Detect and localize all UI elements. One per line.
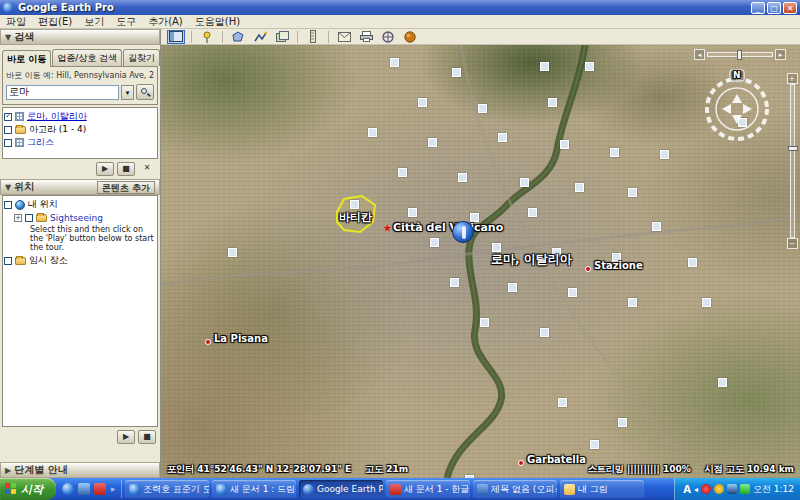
compass-navigator[interactable]: N <box>700 69 774 143</box>
stazione-label[interactable]: Stazione <box>594 260 643 271</box>
earth-globe-button[interactable] <box>401 30 419 44</box>
photo-icon[interactable] <box>558 398 567 407</box>
hwp-quicklaunch-icon[interactable] <box>94 483 106 495</box>
temporary-places-item[interactable]: 임시 장소 <box>4 254 156 267</box>
vatican-star-placemark[interactable]: ★ <box>382 221 393 235</box>
minimize-button[interactable]: _ <box>751 2 765 14</box>
zoom-track[interactable] <box>790 84 795 238</box>
photo-icon[interactable] <box>528 208 537 217</box>
photo-icon[interactable] <box>390 58 399 67</box>
photo-icon[interactable] <box>660 150 669 159</box>
network-tray-icon[interactable] <box>727 484 737 494</box>
start-button[interactable]: 시작 <box>0 478 56 500</box>
checkbox-icon[interactable] <box>4 126 12 134</box>
checkbox-icon[interactable] <box>4 257 12 265</box>
ie-quicklaunch-icon[interactable] <box>62 483 74 495</box>
my-places-item[interactable]: 내 위치 <box>4 198 156 211</box>
view-in-maps-button[interactable] <box>379 30 397 44</box>
search-input[interactable] <box>6 85 119 100</box>
tilt-track[interactable] <box>707 52 773 57</box>
temporary-places-label[interactable]: 임시 장소 <box>29 254 68 267</box>
photo-icon[interactable] <box>408 208 417 217</box>
photo-icon[interactable] <box>428 138 437 147</box>
zoom-in-button[interactable]: + <box>787 73 798 84</box>
vatican-area-label[interactable]: 바티칸 <box>339 210 372 225</box>
zoom-out-button[interactable]: − <box>787 238 798 249</box>
security-tray-icon[interactable] <box>701 484 711 494</box>
photo-icon[interactable] <box>628 188 637 197</box>
search-result-greece[interactable]: 그리스 <box>4 136 156 149</box>
checkbox-icon[interactable] <box>25 214 33 222</box>
pen-tray-icon[interactable] <box>740 484 750 494</box>
map-viewport[interactable]: 바티칸 ★ Città del Vaticano 로마, 이탈리아 Stazio… <box>161 45 800 478</box>
photo-icon[interactable] <box>350 200 359 209</box>
task-button-4[interactable]: 새 문서 1 - 한글과... <box>386 480 470 498</box>
photo-icon[interactable] <box>478 104 487 113</box>
task-button-1[interactable]: 조력호 표준기 도... <box>125 480 209 498</box>
directions-panel-header[interactable]: ▶ 단계별 안내 <box>0 462 160 478</box>
clock-tray-icon[interactable] <box>714 484 724 494</box>
photo-icon[interactable] <box>540 62 549 71</box>
sightseeing-label[interactable]: Sightseeing <box>50 213 103 223</box>
tilt-handle[interactable] <box>737 50 742 60</box>
quicklaunch-chevron-icon[interactable]: » <box>110 485 115 494</box>
sightseeing-item[interactable]: + Sightseeing <box>14 211 156 224</box>
photo-icon[interactable] <box>450 278 459 287</box>
photo-icon[interactable] <box>458 173 467 182</box>
menu-tools[interactable]: 도구 <box>116 15 136 29</box>
photo-icon[interactable] <box>520 178 529 187</box>
checkbox-icon[interactable] <box>4 201 12 209</box>
compass-north-label[interactable]: N <box>733 70 741 80</box>
task-button-2[interactable]: 새 문서 1 : 드림위... <box>212 480 296 498</box>
result-label[interactable]: 그리스 <box>27 136 54 149</box>
toggle-sidebar-button[interactable] <box>167 30 185 44</box>
search-button[interactable] <box>136 84 154 100</box>
city-poi-icon[interactable] <box>452 221 474 243</box>
tab-find-business[interactable]: 업종/상호 검색 <box>52 49 122 66</box>
photo-icon[interactable] <box>590 440 599 449</box>
email-button[interactable] <box>335 30 353 44</box>
play-tour-button[interactable]: ▶ <box>117 430 135 444</box>
checkbox-icon[interactable] <box>4 139 12 147</box>
la-pisana-label[interactable]: La Pisana <box>214 333 268 344</box>
tab-directions[interactable]: 길찾기 <box>123 49 160 66</box>
play-tour-button[interactable]: ▶ <box>96 162 114 176</box>
menu-file[interactable]: 파일 <box>6 15 26 29</box>
add-content-button[interactable]: 콘텐츠 추가 <box>97 181 155 194</box>
photo-icon[interactable] <box>430 238 439 247</box>
tilt-left-button[interactable]: ◂ <box>694 49 705 60</box>
rome-label[interactable]: 로마, 이탈리아 <box>491 251 572 268</box>
messenger-quicklaunch-icon[interactable] <box>78 483 90 495</box>
tab-fly-to[interactable]: 바로 이동 <box>2 50 51 67</box>
menu-view[interactable]: 보기 <box>84 15 104 29</box>
photo-icon[interactable] <box>718 378 727 387</box>
search-result-agora[interactable]: 아고라 (1 - 4) <box>4 123 156 136</box>
photo-icon[interactable] <box>628 298 637 307</box>
photo-icon[interactable] <box>568 288 577 297</box>
photo-icon[interactable] <box>618 418 627 427</box>
stazione-placemark[interactable] <box>585 266 591 272</box>
photo-icon[interactable] <box>398 168 407 177</box>
vatican-city-label[interactable]: Città del Vaticano <box>393 221 503 234</box>
ruler-button[interactable] <box>304 30 322 44</box>
result-label[interactable]: 로마, 이탈리아 <box>27 110 87 123</box>
zoom-slider[interactable]: + − <box>786 73 798 249</box>
clear-results-button[interactable]: ✕ <box>138 162 156 176</box>
photo-icon[interactable] <box>560 140 569 149</box>
la-pisana-placemark[interactable] <box>205 339 211 345</box>
photo-icon[interactable] <box>418 98 427 107</box>
add-polygon-button[interactable] <box>229 30 247 44</box>
tilt-right-button[interactable]: ▸ <box>775 49 786 60</box>
add-path-button[interactable] <box>251 30 269 44</box>
expander-plus-icon[interactable]: + <box>14 214 22 222</box>
maximize-button[interactable]: □ <box>767 2 781 14</box>
photo-icon[interactable] <box>702 298 711 307</box>
search-result-rome[interactable]: 로마, 이탈리아 <box>4 110 156 123</box>
my-places-label[interactable]: 내 위치 <box>28 198 58 211</box>
menu-edit[interactable]: 편집(E) <box>38 15 72 29</box>
photo-icon[interactable] <box>652 222 661 231</box>
photo-icon[interactable] <box>610 148 619 157</box>
menu-help[interactable]: 도움말(H) <box>195 15 240 29</box>
tray-chevron-icon[interactable]: ◂ <box>694 485 698 494</box>
print-button[interactable] <box>357 30 375 44</box>
